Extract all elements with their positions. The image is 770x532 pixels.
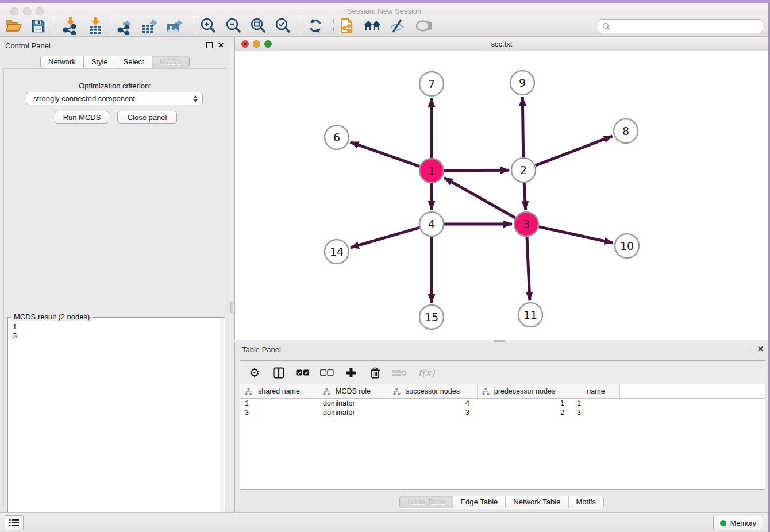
- result-item[interactable]: 1: [13, 322, 215, 331]
- node-14[interactable]: 14: [325, 240, 349, 264]
- tab-style[interactable]: Style: [84, 56, 116, 68]
- memory-label: Memory: [730, 519, 756, 527]
- delete-columns-icon[interactable]: [368, 364, 383, 381]
- node-3[interactable]: 3: [514, 212, 538, 236]
- table-body[interactable]: 1dominator4113dominator323: [240, 399, 765, 489]
- column-header-predecessor-nodes[interactable]: predecessor nodes: [478, 384, 572, 398]
- node-8[interactable]: 8: [614, 119, 638, 143]
- cell-predecessor-nodes[interactable]: 1: [478, 399, 572, 408]
- mcds-result-list[interactable]: 13: [9, 321, 220, 532]
- edge-2-8[interactable]: [536, 136, 613, 165]
- table-panel-title: Table Panel: [242, 345, 281, 354]
- close-panel-icon[interactable]: ✕: [218, 41, 224, 49]
- open-file-icon[interactable]: [2, 16, 25, 36]
- float-panel-icon[interactable]: [206, 42, 213, 48]
- function-builder-icon: f(x): [416, 364, 437, 381]
- node-11[interactable]: 11: [518, 303, 542, 327]
- cell-shared-name[interactable]: 1: [240, 399, 318, 408]
- edge-4-14[interactable]: [351, 228, 419, 248]
- column-header-shared-name[interactable]: shared name: [240, 384, 318, 398]
- hide-selected-icon[interactable]: [386, 16, 409, 36]
- edge-1-2[interactable]: [444, 170, 509, 171]
- edge-3-1[interactable]: [444, 178, 515, 218]
- tab-edge-table[interactable]: Edge Table: [453, 496, 506, 508]
- window-titlebar[interactable]: Session: New Session: [0, 3, 768, 15]
- deselect-all-rows-icon[interactable]: [319, 364, 334, 381]
- memory-button[interactable]: Memory: [713, 516, 763, 530]
- tab-mcds[interactable]: MCDS: [152, 56, 189, 68]
- network-window-titlebar[interactable]: ✕ − + scc.txt: [235, 37, 768, 51]
- show-all-icon[interactable]: [411, 16, 434, 36]
- node-10[interactable]: 10: [615, 234, 639, 258]
- search-input[interactable]: [613, 22, 763, 30]
- import-table-icon[interactable]: [84, 16, 107, 36]
- zoom-out-icon[interactable]: [222, 16, 245, 36]
- edge-2-3[interactable]: [524, 183, 526, 210]
- tab-node-table[interactable]: Node Table: [400, 496, 453, 508]
- edge-2-9[interactable]: [522, 97, 523, 157]
- table-row[interactable]: 1dominator411: [240, 399, 765, 408]
- tab-select[interactable]: Select: [116, 56, 152, 68]
- tab-network[interactable]: Network: [41, 56, 84, 68]
- svg-text:10: 10: [620, 240, 634, 252]
- zoom-selected-icon[interactable]: [271, 16, 294, 36]
- import-network-icon[interactable]: [59, 16, 82, 36]
- cell-name[interactable]: 3: [572, 408, 620, 417]
- cell-successor-nodes[interactable]: 4: [388, 399, 478, 408]
- zoom-in-icon[interactable]: [197, 16, 220, 36]
- column-header-successor-nodes[interactable]: successor nodes: [388, 384, 478, 398]
- select-all-rows-icon[interactable]: [295, 364, 310, 381]
- cell-successor-nodes[interactable]: 3: [388, 408, 478, 417]
- export-image-icon[interactable]: [164, 16, 187, 36]
- cell-name[interactable]: 1: [572, 399, 620, 408]
- optimization-criterion-dropdown[interactable]: strongly connected component: [26, 92, 203, 105]
- tab-network-table[interactable]: Network Table: [506, 496, 568, 508]
- add-column-icon[interactable]: [344, 364, 359, 381]
- table-row[interactable]: 3dominator323: [240, 408, 765, 417]
- edge-3-11[interactable]: [527, 237, 530, 300]
- svg-text:6: 6: [333, 131, 340, 144]
- node-9[interactable]: 9: [510, 71, 534, 95]
- refresh-icon[interactable]: [304, 16, 327, 36]
- toolbar-separator: [333, 17, 334, 34]
- export-table-icon[interactable]: [138, 16, 161, 36]
- node-15[interactable]: 15: [419, 305, 444, 329]
- task-history-button[interactable]: [5, 515, 24, 530]
- mcds-tab-content: Optimization criterion: strongly connect…: [3, 68, 226, 507]
- float-table-panel-icon[interactable]: [746, 346, 752, 352]
- new-network-from-selection-icon[interactable]: [336, 16, 359, 36]
- dropdown-value: strongly connected component: [33, 94, 135, 103]
- search-field[interactable]: [598, 19, 763, 33]
- edge-1-6[interactable]: [351, 142, 420, 166]
- table-options-icon[interactable]: ⚙: [247, 364, 262, 381]
- node-2[interactable]: 2: [511, 158, 536, 182]
- node-1[interactable]: 1: [419, 159, 444, 183]
- tab-motifs[interactable]: Motifs: [568, 496, 603, 508]
- close-panel-button[interactable]: Close panel: [117, 111, 177, 124]
- cell-shared-name[interactable]: 3: [240, 408, 318, 417]
- toolbar-separator: [301, 17, 301, 34]
- network-canvas[interactable]: 7968124314101511: [235, 51, 769, 340]
- result-scrollbar[interactable]: [220, 318, 224, 532]
- column-header-MCDS-role[interactable]: MCDS role: [318, 384, 388, 398]
- first-neighbors-icon[interactable]: [361, 16, 384, 36]
- cell-predecessor-nodes[interactable]: 2: [478, 408, 572, 417]
- cell-MCDS-role[interactable]: dominator: [318, 408, 388, 417]
- node-7[interactable]: 7: [419, 72, 444, 96]
- save-session-icon[interactable]: [26, 16, 49, 36]
- network-graph[interactable]: 7968124314101511: [235, 51, 769, 340]
- toggle-panes-icon[interactable]: [271, 364, 286, 381]
- vertical-splitter[interactable]: [230, 37, 234, 512]
- node-4[interactable]: 4: [419, 212, 444, 236]
- zoom-fit-icon[interactable]: [247, 16, 270, 36]
- control-panel-title: Control Panel: [5, 41, 51, 50]
- cell-MCDS-role[interactable]: dominator: [318, 399, 388, 408]
- close-table-panel-icon[interactable]: ✕: [757, 345, 764, 353]
- result-item[interactable]: 3: [13, 331, 215, 341]
- run-mcds-button[interactable]: Run MCDS: [55, 111, 109, 124]
- svg-text:11: 11: [523, 309, 537, 321]
- edge-3-10[interactable]: [538, 227, 613, 243]
- node-6[interactable]: 6: [325, 125, 349, 149]
- column-header-name[interactable]: name: [572, 384, 620, 398]
- export-network-icon[interactable]: [114, 16, 137, 36]
